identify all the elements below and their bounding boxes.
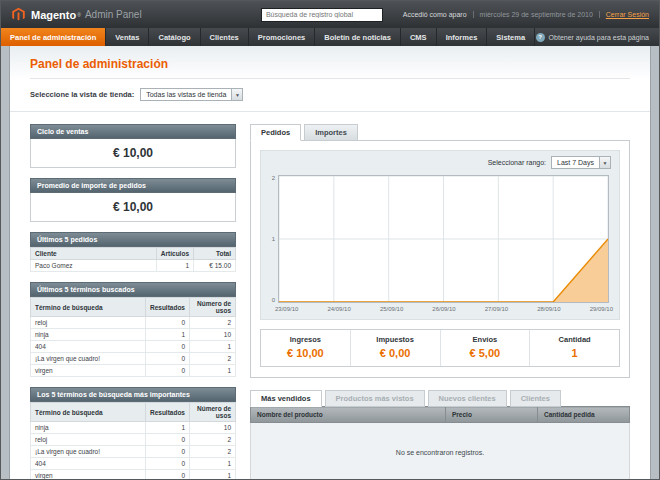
column-header: Cantidad pedida: [538, 407, 630, 423]
table-cell: 1: [145, 329, 189, 341]
column-header: Total: [194, 248, 236, 260]
registered-mark: ®: [77, 12, 81, 18]
table-cell: 0: [145, 446, 189, 458]
empty-row: No se encontraron registros.: [251, 423, 630, 480]
chart-tabs: Pedidos Importes: [250, 124, 630, 140]
chart-body: 210: [261, 174, 619, 303]
table-row[interactable]: Paco Gomez 1 € 15.00: [31, 260, 236, 272]
table-row[interactable]: ninja 1 10: [31, 329, 236, 341]
table-row[interactable]: ¡La virgen que cuadro! 0 2: [31, 446, 236, 458]
orders-area-chart: [278, 175, 609, 303]
table-cell: 0: [145, 317, 189, 329]
store-view-select[interactable]: Todas las vistas de tienda ▼: [140, 88, 243, 101]
table-cell: 0: [145, 434, 189, 446]
lifetime-sales-value: € 10,00: [30, 139, 236, 168]
table-cell: virgen: [31, 365, 146, 377]
table-row[interactable]: virgen 0 1: [31, 470, 236, 480]
table-cell: € 15.00: [194, 260, 236, 272]
brand-suffix: Admin Panel: [85, 9, 142, 20]
magento-admin-window: Magento ® Admin Panel Accedió como aparo…: [0, 0, 660, 480]
top-search-terms-table: Término de búsqueda Resultados Número de…: [30, 402, 236, 480]
table-cell: 0: [145, 341, 189, 353]
table-cell: Paco Gomez: [31, 260, 157, 272]
nav-item-sales[interactable]: Ventas: [106, 28, 149, 46]
table-cell: virgen: [31, 470, 146, 480]
table-cell: 404: [31, 341, 146, 353]
nav-item-promotions[interactable]: Promociones: [249, 28, 316, 46]
table-cell: 10: [190, 329, 236, 341]
totals-box: Ingresos € 10,00 Impuestos € 0,00 Envíos…: [260, 329, 620, 367]
column-header: Precio: [446, 407, 538, 423]
stat-revenue: Ingresos € 10,00: [261, 330, 350, 366]
page-head: Panel de administración: [10, 46, 650, 79]
brand-name: Magento: [31, 9, 76, 21]
dashboard-left-column: Ciclo de ventas € 10,00 Promedio de impo…: [30, 124, 236, 480]
stat-tax: Impuestos € 0,00: [350, 330, 440, 366]
products-grid-block: Más vendidos Productos más vistos Nuevos…: [250, 390, 630, 480]
stat-label: Ingresos: [261, 335, 350, 344]
table-row[interactable]: virgen 0 1: [31, 365, 236, 377]
average-orders-value: € 10,00: [30, 193, 236, 222]
section-title: Últimos 5 términos buscados: [30, 282, 236, 297]
table-cell: 1: [190, 365, 236, 377]
table-row[interactable]: reloj 0 2: [31, 434, 236, 446]
nav-item-catalog[interactable]: Catálogo: [149, 28, 200, 46]
x-axis-tick: 27/09/10: [485, 306, 508, 312]
last-orders-table: Cliente Artículos Total Paco Gomez 1 € 1…: [30, 247, 236, 272]
tab-orders[interactable]: Pedidos: [250, 124, 301, 141]
magento-logo: Magento ® Admin Panel: [11, 7, 241, 22]
stat-value: € 5,00: [441, 347, 530, 359]
column-header: Número de usos: [190, 403, 236, 422]
tab-new-customers: Nuevos clientes: [428, 390, 507, 407]
global-search-input[interactable]: [261, 8, 383, 22]
tab-amounts[interactable]: Importes: [304, 124, 358, 141]
table-cell: ¡La virgen que cuadro!: [31, 353, 146, 365]
store-view-selected: Todas las vistas de tienda: [141, 91, 231, 98]
magento-logo-icon: [11, 7, 26, 22]
average-orders-section: Promedio de importe de pedidos € 10,00: [30, 178, 236, 222]
range-selector-row: Seleccionar rango: Last 7 Days ▼: [261, 151, 619, 174]
x-axis-labels: 23/09/1024/09/1025/09/1026/09/1027/09/10…: [261, 303, 619, 312]
table-row[interactable]: 404 0 1: [31, 341, 236, 353]
table-header-row: Nombre del producto Precio Cantidad pedi…: [251, 407, 630, 423]
orders-chart-block: Seleccionar rango: Last 7 Days ▼ 210: [260, 150, 620, 320]
page-help-link[interactable]: ? Obtener ayuda para esta página: [536, 28, 649, 46]
table-header-row: Término de búsqueda Resultados Número de…: [31, 298, 236, 317]
table-cell: 404: [31, 458, 146, 470]
nav-item-dashboard[interactable]: Panel de administración: [1, 28, 106, 46]
table-cell: 10: [190, 422, 236, 434]
y-axis-tick: 0: [272, 297, 275, 303]
range-select[interactable]: Last 7 Days ▼: [551, 156, 611, 169]
last-search-terms-table: Término de búsqueda Resultados Número de…: [30, 297, 236, 377]
table-row[interactable]: ¡La virgen que cuadro! 0 2: [31, 353, 236, 365]
column-header: Cliente: [31, 248, 157, 260]
nav-item-cms[interactable]: CMS: [401, 28, 437, 46]
empty-message: No se encontraron registros.: [251, 423, 630, 480]
tab-bestsellers[interactable]: Más vendidos: [250, 390, 322, 407]
orders-panel: Seleccionar rango: Last 7 Days ▼ 210: [250, 140, 630, 378]
table-row[interactable]: 404 0 1: [31, 458, 236, 470]
table-header-row: Cliente Artículos Total: [31, 248, 236, 260]
nav-item-system[interactable]: Sistema: [487, 28, 535, 46]
nav-item-newsletter[interactable]: Boletín de noticias: [315, 28, 401, 46]
nav-item-reports[interactable]: Informes: [437, 28, 488, 46]
stat-label: Envíos: [441, 335, 530, 344]
table-cell: 0: [145, 353, 189, 365]
nav-item-customers[interactable]: Clientes: [201, 28, 249, 46]
y-axis-tick: 1: [272, 236, 275, 242]
grid-tabs: Más vendidos Productos más vistos Nuevos…: [250, 390, 630, 406]
range-label: Seleccionar rango:: [488, 159, 546, 166]
table-cell: ¡La virgen que cuadro!: [31, 446, 146, 458]
section-title: Promedio de importe de pedidos: [30, 178, 236, 193]
table-row[interactable]: ninja 1 10: [31, 422, 236, 434]
top-bar: Magento ® Admin Panel Accedió como aparo…: [1, 1, 659, 28]
page-help-label: Obtener ayuda para esta página: [549, 34, 649, 41]
store-view-label: Seleccione la vista de tienda:: [30, 90, 134, 99]
logout-link[interactable]: Cerrar Sesión: [606, 11, 649, 18]
table-row[interactable]: reloj 0 2: [31, 317, 236, 329]
stat-value: € 0,00: [351, 347, 440, 359]
stat-value: 1: [530, 347, 619, 359]
main-nav: Panel de administración Ventas Catálogo …: [1, 28, 659, 46]
x-axis-tick: 28/09/10: [537, 306, 560, 312]
table-cell: 2: [190, 446, 236, 458]
